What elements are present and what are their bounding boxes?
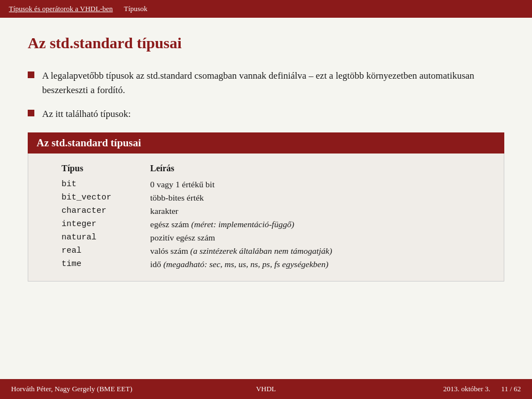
desc-cell: valós szám (a szintézerek általában nem … — [150, 244, 493, 258]
bullet-item-1: A legalapvetőbb típusok az std.standard … — [28, 69, 504, 97]
bullet-icon-1 — [28, 71, 34, 78]
table-row: characterkarakter — [62, 204, 493, 218]
table-row: bit0 vagy 1 értékű bit — [62, 178, 493, 191]
bullet-section: A legalapvetőbb típusok az std.standard … — [28, 69, 504, 121]
footer: Horváth Péter, Nagy Gergely (BME EET) VH… — [0, 379, 532, 399]
desc-cell: pozitív egész szám — [150, 231, 493, 244]
col-header-desc: Leírás — [150, 161, 493, 178]
main-content: Az std.standard típusai A legalapvetőbb … — [0, 18, 532, 293]
table-row: bit_vectortöbb-bites érték — [62, 191, 493, 204]
nav-item-typusok-operatorok[interactable]: Típusok és operátorok a VHDL-ben — [9, 4, 113, 13]
desc-cell: 0 vagy 1 értékű bit — [150, 178, 493, 191]
desc-cell: idő (megadható: sec, ms, us, ns, ps, fs … — [150, 258, 493, 271]
type-cell: bit_vector — [62, 191, 150, 204]
type-cell: real — [62, 244, 150, 258]
page-title: Az std.standard típusai — [28, 34, 504, 52]
footer-page: 11 / 62 — [501, 385, 521, 393]
type-cell: character — [62, 204, 150, 218]
top-navigation: Típusok és operátorok a VHDL-ben Típusok — [0, 0, 532, 18]
footer-right: 2013. október 3. 11 / 62 — [443, 385, 521, 393]
table-row: naturalpozitív egész szám — [62, 231, 493, 244]
bullet-icon-2 — [28, 110, 34, 116]
type-cell: time — [62, 258, 150, 271]
table-row: integeregész szám (méret: implementáció-… — [62, 218, 493, 231]
col-header-type: Típus — [62, 161, 150, 178]
table-container: Típus Leírás bit0 vagy 1 értékű bitbit_v… — [28, 154, 504, 282]
desc-cell: egész szám (méret: implementáció-függő) — [150, 218, 493, 231]
bullet-text-2: Az itt található típusok: — [42, 107, 504, 121]
table-row: timeidő (megadható: sec, ms, us, ns, ps,… — [62, 258, 493, 271]
desc-cell: több-bites érték — [150, 191, 493, 204]
desc-cell: karakter — [150, 204, 493, 218]
types-table: Típus Leírás bit0 vagy 1 értékű bitbit_v… — [62, 161, 493, 271]
section-header: Az std.standard típusai — [28, 132, 504, 154]
footer-center: VHDL — [256, 385, 276, 393]
table-row: realvalós szám (a szintézerek általában … — [62, 244, 493, 258]
footer-left: Horváth Péter, Nagy Gergely (BME EET) — [11, 385, 132, 393]
bullet-item-2: Az itt található típusok: — [28, 107, 504, 121]
type-cell: bit — [62, 178, 150, 191]
type-cell: natural — [62, 231, 150, 244]
footer-date: 2013. október 3. — [443, 385, 490, 393]
bullet-text-1: A legalapvetőbb típusok az std.standard … — [42, 69, 504, 97]
type-cell: integer — [62, 218, 150, 231]
nav-item-typusok[interactable]: Típusok — [124, 4, 148, 13]
